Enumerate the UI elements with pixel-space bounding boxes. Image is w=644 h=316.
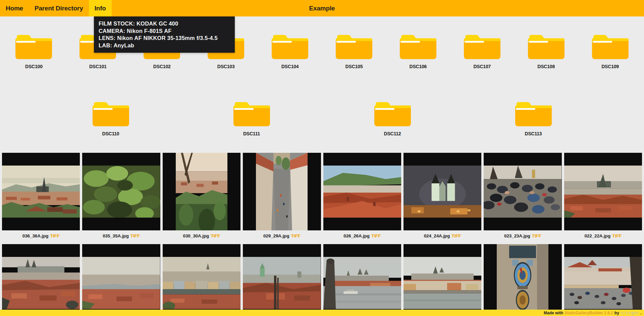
folder-label: DSC112 (384, 131, 401, 136)
folder-icon (591, 34, 629, 60)
photo-art (323, 257, 401, 309)
folder-label: DSC104 (281, 64, 299, 69)
photo-art (2, 257, 80, 309)
photo-thumbnail-024_24A[interactable] (404, 153, 481, 230)
folder-icon (92, 101, 130, 127)
nav-item-parent-directory[interactable]: Parent Directory (29, 0, 89, 16)
page-title: Example (309, 0, 335, 16)
photo-thumbnail-036_36A[interactable] (2, 153, 80, 230)
photo-thumbnail[interactable] (484, 244, 561, 316)
gallery-item: 036_36A.jpgTIFF (2, 153, 80, 244)
photo-art (404, 257, 481, 309)
caption-filename: 036_36A.jpg (22, 233, 49, 238)
caption-format-link[interactable]: TIFF (50, 233, 59, 238)
tooltip-line: LENS: Nikon AF NIKKOR 35-135mm f/3.5-4.5 (99, 35, 230, 42)
photo-caption: 035_35A.jpgTIFF (82, 230, 160, 244)
photo-caption: 024_24A.jpgTIFF (404, 230, 481, 244)
folder-item-dsc113[interactable]: DSC113 (503, 101, 564, 153)
caption-format-link[interactable]: TIFF (371, 233, 381, 238)
folder-item-dsc104[interactable]: DSC104 (260, 34, 320, 86)
nav-item-info[interactable]: Info (89, 0, 112, 16)
caption-filename: 035_35A.jpg (103, 233, 129, 238)
folder-icon (399, 34, 437, 60)
gallery-item: 029_29A.jpgTIFF (243, 153, 321, 244)
folder-icon (527, 34, 565, 60)
folder-item-dsc106[interactable]: DSC106 (388, 34, 448, 86)
folder-item-dsc108[interactable]: DSC108 (516, 34, 576, 86)
footer-builder-link[interactable]: StaticGalleryBuilder 2.6.2 (565, 311, 613, 315)
photo-thumbnail-026_26A[interactable] (323, 153, 401, 230)
nav-item-home[interactable]: Home (0, 0, 29, 16)
photo-art (404, 166, 481, 218)
caption-format-link[interactable]: TIFF (291, 233, 301, 238)
folder-label: DSC113 (525, 131, 542, 136)
photo-thumbnail[interactable] (564, 244, 642, 316)
gallery-item: 030_30A.jpgTIFF (163, 153, 240, 244)
caption-format-link[interactable]: TIFF (612, 233, 622, 238)
gallery-item: 023_23A.jpgTIFF (484, 153, 561, 244)
footer-made-with: Made with (544, 311, 563, 315)
folder-item-dsc105[interactable]: DSC105 (324, 34, 384, 86)
folder-icon (515, 101, 552, 127)
photo-art (564, 257, 642, 309)
folder-label: DSC105 (345, 64, 363, 69)
gallery-item (243, 244, 321, 316)
folder-item-dsc109[interactable]: DSC109 (580, 34, 640, 86)
photo-art (163, 257, 240, 309)
gallery-item: 022_22A.jpgTIFF (564, 153, 642, 244)
photo-art (82, 257, 160, 309)
folder-item-dsc107[interactable]: DSC107 (452, 34, 512, 86)
gallery-item (323, 244, 401, 316)
photo-caption: 023_23A.jpgTIFF (484, 230, 561, 244)
folder-label: DSC100 (25, 64, 43, 69)
photo-art (82, 166, 160, 218)
folder-label: DSC111 (243, 131, 260, 136)
gallery-item: 035_35A.jpgTIFF (82, 153, 160, 244)
caption-filename: 023_23A.jpg (504, 233, 530, 238)
folder-label: DSC108 (537, 64, 555, 69)
photo-caption: 029_29A.jpgTIFF (243, 230, 321, 244)
photo-art (2, 166, 80, 218)
gallery-item (163, 244, 240, 316)
photo-thumbnail[interactable] (163, 244, 240, 316)
tooltip-line: CAMERA: Nikon F-801S AF (99, 28, 230, 35)
gallery-grid: 036_36A.jpgTIFF035_35A.jpgTIFF030_30A.jp… (0, 153, 644, 316)
photo-thumbnail-030_30A[interactable] (163, 153, 240, 230)
photo-thumbnail-035_35A[interactable] (82, 153, 160, 230)
photo-art (564, 166, 642, 218)
photo-thumbnail[interactable] (243, 244, 321, 316)
photo-thumbnail[interactable] (323, 244, 401, 316)
photo-thumbnail-029_29A[interactable] (243, 153, 321, 230)
photo-art (323, 166, 401, 218)
gallery-item: 024_24A.jpgTIFF (404, 153, 481, 244)
photo-art (256, 153, 308, 230)
photo-thumbnail[interactable] (82, 244, 160, 316)
navbar-items: HomeParent DirectoryInfo (0, 0, 112, 16)
photo-thumbnail-022_22A[interactable] (564, 153, 642, 230)
caption-format-link[interactable]: TIFF (532, 233, 541, 238)
gallery-item (484, 244, 561, 316)
gallery-item: 026_26A.jpgTIFF (323, 153, 401, 244)
caption-format-link[interactable]: TIFF (130, 233, 140, 238)
photo-art (243, 257, 321, 309)
photo-art (497, 244, 548, 316)
caption-format-link[interactable]: TIFF (451, 233, 461, 238)
folder-item-dsc111[interactable]: DSC111 (221, 101, 282, 153)
footer-dot: . (640, 311, 641, 315)
folder-label: DSC110 (102, 131, 119, 136)
folder-item-dsc100[interactable]: DSC100 (4, 34, 64, 86)
photo-caption: 026_26A.jpgTIFF (323, 230, 401, 244)
photo-thumbnail[interactable] (404, 244, 481, 316)
caption-filename: 030_30A.jpg (183, 233, 209, 238)
photo-caption: 036_36A.jpgTIFF (2, 230, 80, 244)
photo-thumbnail[interactable] (2, 244, 80, 316)
folder-item-dsc112[interactable]: DSC112 (362, 101, 423, 153)
navbar: HomeParent DirectoryInfo Example (0, 0, 644, 16)
folder-item-dsc110[interactable]: DSC110 (80, 101, 141, 153)
caption-format-link[interactable]: TIFF (211, 233, 220, 238)
folder-label: DSC102 (153, 64, 171, 69)
folder-icon (15, 34, 53, 60)
photo-thumbnail-023_23A[interactable] (484, 153, 561, 230)
caption-filename: 026_26A.jpg (343, 233, 370, 238)
footer-logo-link[interactable]: </srgn> (621, 310, 639, 315)
